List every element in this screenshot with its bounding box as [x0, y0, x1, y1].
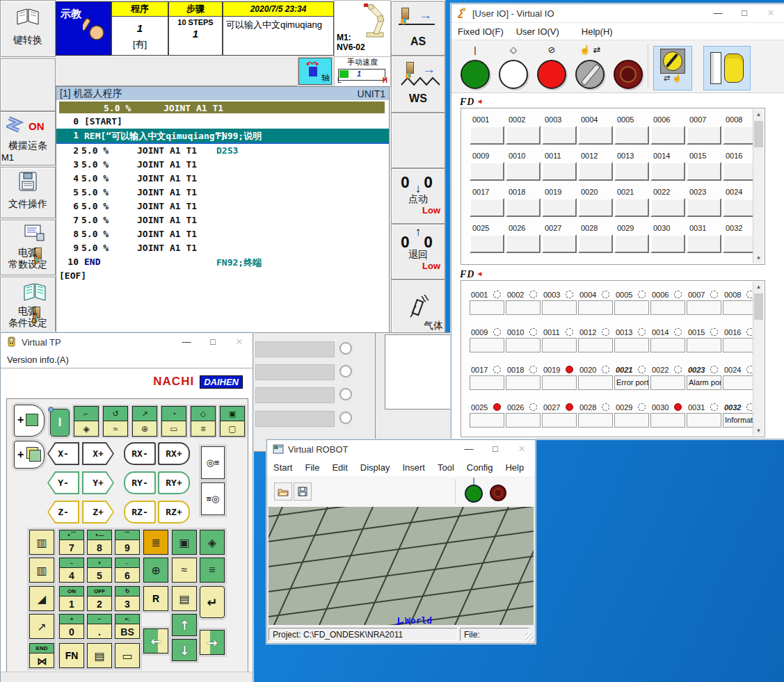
right-empty-button[interactable] [391, 113, 445, 168]
function-key-bar[interactable] [255, 364, 335, 380]
output-name-field[interactable] [650, 413, 685, 428]
arrow-up-key[interactable]: ↑ [172, 614, 197, 636]
output-name-field[interactable] [687, 413, 721, 428]
output-name-field[interactable]: Alarm port [687, 375, 721, 390]
output-name-field[interactable] [470, 300, 504, 315]
output-name-field[interactable]: Error port [614, 375, 649, 390]
input-signal-button[interactable] [650, 198, 685, 217]
axis-mode-button[interactable]: ↶↷ 轴 [298, 58, 332, 85]
program-step-key[interactable]: ▥ [29, 558, 54, 583]
input-signal-button[interactable] [506, 234, 541, 253]
output-scrollbar[interactable]: ▲ ▼ [753, 282, 764, 436]
numpad-key-4[interactable]: –4 [59, 558, 84, 583]
input-signal-button[interactable] [578, 162, 613, 181]
check-back-key[interactable]: ≡◎ [201, 482, 225, 515]
input-signal-button[interactable] [506, 198, 541, 217]
gas-button[interactable]: 气体 [391, 279, 445, 334]
coord-system-key[interactable]: ↗⊕ [132, 406, 157, 437]
menu-help[interactable]: Help(H) [575, 26, 619, 37]
arrow-down-key[interactable]: ↓ [172, 639, 197, 661]
input-signal-button[interactable] [542, 198, 577, 217]
function-key-lamp[interactable] [339, 412, 352, 424]
output-name-field[interactable] [542, 413, 577, 428]
input-signal-button[interactable] [687, 126, 721, 145]
coord-jump-key[interactable]: ⊕ [143, 558, 168, 583]
help-book-key[interactable]: ▤ [172, 586, 197, 611]
jog-key-rzminus[interactable]: RZ- [124, 501, 156, 523]
menu-edit[interactable]: Edit [326, 462, 353, 473]
motor-on-button[interactable]: | [460, 44, 490, 88]
jog-key-xminus[interactable]: X- [47, 442, 79, 465]
output-name-field[interactable] [470, 375, 504, 390]
deadman-switch-button[interactable] [703, 46, 751, 90]
output-name-field[interactable] [470, 413, 504, 428]
input-signal-button[interactable] [650, 126, 685, 145]
input-signal-button[interactable] [470, 126, 504, 145]
start-button[interactable]: ◇ [498, 44, 529, 88]
scroll-up-icon[interactable]: ▲ [753, 282, 764, 292]
emergency-button[interactable] [490, 485, 506, 501]
input-signal-button[interactable] [470, 234, 504, 253]
input-signal-button[interactable] [650, 234, 685, 253]
jog-key-yminus[interactable]: Y- [47, 471, 79, 494]
output-name-field[interactable] [578, 300, 613, 315]
fn-key[interactable]: FN [59, 643, 84, 668]
input-signal-button[interactable] [542, 162, 577, 181]
output-name-field[interactable] [578, 338, 613, 352]
input-signal-button[interactable] [542, 234, 577, 253]
close-button[interactable]: ✕ [509, 440, 535, 458]
jog-key-rxminus[interactable]: RX- [124, 442, 156, 465]
output-name-field[interactable] [542, 375, 577, 390]
input-signal-button[interactable] [578, 234, 613, 253]
numpad-key-.[interactable]: −. [87, 614, 112, 639]
input-signal-button[interactable] [578, 126, 613, 145]
r-key[interactable]: R [143, 586, 168, 611]
resize-grip[interactable] [525, 633, 534, 642]
function-key-lamp[interactable] [339, 342, 352, 355]
scroll-down-icon[interactable]: ▼ [753, 253, 764, 263]
close-button[interactable]: ✕ [226, 333, 253, 351]
enter-key[interactable]: ↵ [200, 586, 225, 618]
minimize-button[interactable]: — [173, 333, 200, 351]
menu-user-io[interactable]: User IO(V) [510, 26, 566, 37]
jog-key-rzplus[interactable]: RZ+ [158, 501, 190, 523]
maximize-button[interactable]: □ [200, 333, 226, 351]
clipboard-key[interactable]: ▭ [115, 643, 140, 668]
program-line[interactable]: 10ENDFN92;终端 [56, 255, 389, 269]
output-name-field[interactable] [506, 300, 541, 315]
output-name-field[interactable] [506, 375, 541, 390]
check-speed-key[interactable]: ◔▭ [161, 406, 186, 437]
input-signal-button[interactable] [614, 162, 649, 181]
arc-condition-button[interactable]: 电弧 条件设定 [0, 277, 56, 334]
overlap-select-key[interactable]: ≣ [143, 530, 168, 555]
menu-file[interactable]: File [298, 462, 326, 473]
screen-shift-key[interactable]: ▣▢ [220, 406, 245, 437]
numpad-key-bs[interactable]: ×:BS [115, 614, 140, 639]
stop-list-key[interactable]: ◇≡ [191, 406, 216, 437]
input-signal-button[interactable] [614, 198, 649, 217]
stop-button[interactable]: ⊘ [536, 44, 567, 88]
program-line[interactable]: 25.0 %JOINT A1 T1D2S3 [56, 144, 389, 158]
robot-switch-key[interactable]: ◈ [200, 530, 225, 555]
scroll-thumb[interactable] [754, 121, 763, 147]
menu-config[interactable]: Config [461, 462, 499, 473]
output-name-field[interactable] [650, 375, 685, 390]
function-key-lamp[interactable] [339, 365, 352, 377]
jog-key-rxplus[interactable]: RX+ [158, 442, 190, 465]
output-name-field[interactable] [506, 413, 541, 428]
scroll-up-icon[interactable]: ▲ [753, 109, 764, 120]
mode-rotary-switch[interactable]: ☝ ⇄ [575, 44, 605, 88]
close-button[interactable]: ✕ [758, 4, 784, 22]
jog-forward-button[interactable]: O O ↓ 点动 Low [391, 168, 445, 224]
numpad-key-6[interactable]: ←6 [115, 558, 140, 583]
jog-key-ryminus[interactable]: RY- [124, 471, 156, 494]
check-go-key[interactable]: ◎≡ [201, 446, 225, 479]
input-signal-button[interactable] [687, 198, 721, 217]
program-line[interactable]: 35.0 %JOINT A1 T1 [56, 158, 389, 172]
sidebar-empty-button[interactable] [0, 58, 56, 111]
maximize-button[interactable]: □ [731, 4, 758, 22]
weave-start-button[interactable]: → WS [391, 56, 445, 113]
screen-change-key[interactable]: + [14, 405, 45, 437]
scroll-down-icon[interactable]: ▼ [753, 425, 764, 436]
program-line[interactable]: 85.0 %JOINT A1 T1 [56, 227, 389, 241]
